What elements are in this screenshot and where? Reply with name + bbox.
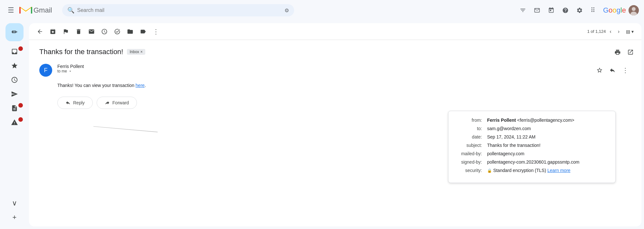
settings-icon-btn[interactable] bbox=[574, 5, 585, 16]
move-icon bbox=[127, 28, 133, 35]
from-value: Ferris Pollent <ferris@pollentagency.com… bbox=[487, 118, 574, 123]
sidebar-item-starred[interactable] bbox=[3, 59, 26, 72]
inbox-close-btn[interactable]: × bbox=[140, 50, 143, 54]
security-text: Standard encryption (TLS) bbox=[493, 168, 546, 173]
detail-to-row: to: sam.g@wordzen.com bbox=[456, 126, 608, 131]
drafts-badge bbox=[18, 103, 23, 108]
date-label: date: bbox=[456, 134, 482, 139]
mail-icon bbox=[88, 28, 95, 35]
archive-icon bbox=[50, 28, 56, 35]
forward-label: Forward bbox=[112, 100, 129, 105]
label-icon bbox=[140, 28, 146, 35]
connector-line bbox=[93, 126, 158, 132]
detail-date-row: date: Sep 17, 2024, 11:22 AM bbox=[456, 134, 608, 139]
task-icon bbox=[114, 28, 120, 35]
gmail-logo[interactable]: Gmail bbox=[19, 6, 52, 15]
prev-email-button[interactable]: ‹ bbox=[607, 26, 614, 37]
subject-detail-value: Thanks for the transaction! bbox=[487, 143, 541, 148]
detail-subject-row: subject: Thanks for the transaction! bbox=[456, 143, 608, 148]
transaction-link[interactable]: here bbox=[136, 83, 145, 88]
from-email: <ferris@pollentagency.com> bbox=[517, 118, 574, 123]
filter-icon bbox=[520, 7, 526, 14]
spam-badge bbox=[18, 117, 23, 122]
forward-icon bbox=[105, 100, 110, 105]
mark-unread-button[interactable] bbox=[86, 26, 97, 37]
sidebar-item-sent[interactable] bbox=[3, 88, 26, 100]
label-button[interactable] bbox=[137, 26, 149, 37]
reply-icon bbox=[65, 100, 71, 105]
help-icon-btn[interactable] bbox=[560, 5, 571, 16]
more-email-actions-button[interactable]: ⋮ bbox=[620, 64, 631, 77]
add-task-button[interactable] bbox=[111, 26, 123, 37]
svg-point-6 bbox=[632, 7, 636, 11]
signed-by-label: signed-by: bbox=[456, 159, 482, 165]
detail-from-row: from: Ferris Pollent <ferris@pollentagen… bbox=[456, 118, 608, 123]
contacts-icon-btn[interactable] bbox=[531, 5, 543, 16]
print-icon bbox=[614, 49, 621, 55]
pagination-text: 1 of 1,124 bbox=[587, 29, 606, 34]
sender-avatar: F bbox=[39, 64, 52, 77]
reply-label: Reply bbox=[73, 100, 85, 105]
move-to-button[interactable] bbox=[124, 26, 136, 37]
star-email-button[interactable] bbox=[594, 64, 605, 76]
back-button[interactable] bbox=[34, 26, 46, 37]
signed-by-value: pollentagency-com.20230601.gappssmtp.com bbox=[487, 159, 579, 165]
to-detail-value: sam.g@wordzen.com bbox=[487, 126, 531, 131]
apps-icon-btn[interactable]: ⠿ bbox=[588, 4, 598, 17]
contacts-icon bbox=[534, 7, 540, 14]
detail-signed-by-row: signed-by: pollentagency-com.20230601.ga… bbox=[456, 159, 608, 165]
search-filter-icon[interactable]: ⚙ bbox=[284, 7, 289, 14]
email-details-popup: from: Ferris Pollent <ferris@pollentagen… bbox=[448, 111, 616, 183]
sidebar-item-spam[interactable] bbox=[3, 116, 26, 129]
next-email-button[interactable]: › bbox=[615, 26, 622, 37]
search-input[interactable] bbox=[77, 7, 282, 13]
reply-header-button[interactable] bbox=[607, 64, 618, 76]
delete-button[interactable] bbox=[73, 26, 84, 37]
action-buttons: Reply Forward bbox=[57, 97, 631, 109]
email-actions-right bbox=[612, 46, 636, 58]
learn-more-link[interactable]: Learn more bbox=[547, 168, 571, 173]
report-button[interactable] bbox=[60, 26, 72, 37]
sidebar-item-snoozed[interactable] bbox=[3, 73, 26, 86]
topbar-right: ⠿ Google bbox=[517, 4, 639, 17]
star-outline-icon bbox=[596, 67, 603, 73]
draft-icon bbox=[11, 105, 18, 112]
sender-to-row[interactable]: to me bbox=[57, 69, 589, 73]
sidebar-item-more[interactable]: ∨ bbox=[3, 197, 26, 210]
open-new-window-button[interactable] bbox=[625, 46, 636, 58]
search-bar[interactable]: 🔍 ⚙ bbox=[62, 4, 294, 16]
forward-button[interactable]: Forward bbox=[97, 97, 137, 109]
detail-mailed-by-row: mailed-by: pollentagency.com bbox=[456, 151, 608, 156]
reply-button[interactable]: Reply bbox=[57, 97, 93, 109]
sidebar-item-add[interactable]: + bbox=[3, 211, 26, 224]
filter-icon-btn[interactable] bbox=[517, 5, 529, 16]
clock-icon bbox=[11, 76, 18, 83]
calendar-icon-btn[interactable] bbox=[545, 5, 557, 16]
inbox-badge-label: Inbox bbox=[130, 50, 139, 54]
avatar[interactable] bbox=[629, 5, 639, 15]
lock-icon: 🔒 bbox=[487, 168, 492, 173]
email-body-text: Thanks! You can view your transaction he… bbox=[57, 82, 631, 89]
view-toggle-button[interactable]: ▤ ▾ bbox=[623, 26, 636, 37]
snooze-icon bbox=[101, 28, 108, 35]
inbox-tag: Inbox × bbox=[127, 49, 145, 55]
reply-header-icon bbox=[609, 67, 616, 73]
archive-button[interactable] bbox=[47, 26, 59, 37]
mailed-by-value: pollentagency.com bbox=[487, 151, 524, 156]
security-value: 🔒 Standard encryption (TLS) Learn more bbox=[487, 168, 571, 173]
compose-button[interactable]: ✏ bbox=[5, 23, 24, 41]
open-external-icon bbox=[627, 49, 634, 55]
snooze-button[interactable] bbox=[99, 26, 110, 37]
date-value: Sep 17, 2024, 11:22 AM bbox=[487, 134, 535, 139]
sidebar-item-inbox[interactable] bbox=[3, 45, 26, 58]
topbar-left: ☰ Gmail bbox=[5, 4, 52, 17]
menu-button[interactable]: ☰ bbox=[5, 4, 17, 17]
print-button[interactable] bbox=[612, 46, 623, 58]
avatar-image bbox=[629, 5, 639, 15]
sidebar-item-drafts[interactable] bbox=[3, 102, 26, 115]
from-label: from: bbox=[456, 118, 482, 123]
topbar: ☰ Gmail 🔍 ⚙ bbox=[0, 0, 644, 21]
more-actions-button[interactable]: ⋮ bbox=[150, 25, 162, 38]
email-content-area: ⋮ 1 of 1,124 ‹ › ▤ ▾ Thanks for the bbox=[29, 23, 641, 226]
to-detail-label: to: bbox=[456, 126, 482, 131]
